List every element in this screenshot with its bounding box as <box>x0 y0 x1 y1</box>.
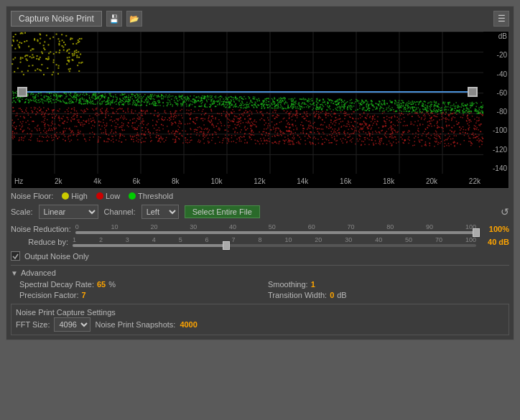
spectral-decay-rate-value: 65 <box>97 280 106 289</box>
x-label-10k: 10k <box>210 177 222 185</box>
noise-reduction-fill <box>75 231 476 234</box>
save-button[interactable]: 💾 <box>106 11 122 27</box>
y-label-100: -100 <box>485 127 507 134</box>
reduce-by-track[interactable] <box>73 244 476 247</box>
noise-reduction-slider-container: 0 10 20 30 40 50 60 70 80 90 100 <box>75 223 476 234</box>
checkbox-check-icon <box>11 252 19 260</box>
smoothing-value: 1 <box>311 280 315 289</box>
rb-tick-7: 7 <box>232 236 236 243</box>
threshold-line[interactable] <box>19 91 476 93</box>
noise-reduction-label: Noise Reduction: <box>11 225 71 233</box>
reset-button[interactable]: ↺ <box>501 206 509 218</box>
low-dot <box>96 192 103 200</box>
advanced-content: Spectral Decay Rate: 65 % Smoothing: 1 P… <box>19 280 509 299</box>
noise-reduction-track[interactable] <box>75 231 476 234</box>
collapse-triangle-icon: ▼ <box>11 269 18 277</box>
x-label-6k: 6k <box>133 177 141 185</box>
noise-floor-label: Noise Floor: <box>11 192 53 200</box>
channel-label: Channel: <box>104 207 136 216</box>
transition-width-unit: dB <box>337 291 346 299</box>
x-label-2k: 2k <box>55 177 62 185</box>
x-label-4k: 4k <box>93 177 101 185</box>
nr-tick-40: 40 <box>229 223 236 230</box>
precision-factor-label: Precision Factor: <box>19 291 79 299</box>
x-label-20k: 20k <box>426 177 437 185</box>
y-label-db: dB <box>485 33 507 40</box>
toolbar: Capture Noise Print 💾 📂 ☰ <box>11 11 509 27</box>
scale-select[interactable]: Linear Logarithmic <box>39 205 98 219</box>
capture-noise-print-button[interactable]: Capture Noise Print <box>11 11 102 27</box>
precision-factor-row: Precision Factor: 7 <box>19 291 261 299</box>
threshold-dot <box>129 192 136 200</box>
threshold-handle-right[interactable] <box>468 87 478 97</box>
y-label-20: -20 <box>485 52 507 59</box>
legend: Noise Floor: High Low Threshold <box>11 192 509 200</box>
spectral-decay-rate-unit: % <box>108 280 116 289</box>
nr-tick-30: 30 <box>190 223 197 230</box>
transition-width-value: 0 <box>330 291 334 299</box>
threshold-handle-left[interactable] <box>17 87 27 97</box>
rb-tick-100: 100 <box>465 236 476 243</box>
y-label-60: -60 <box>485 90 507 97</box>
y-label-140: -140 <box>485 165 507 172</box>
output-noise-only-label: Output Noise Only <box>24 252 89 261</box>
reduce-by-fill <box>73 244 226 247</box>
x-axis: Hz 2k 4k 6k 8k 10k 12k 14k 16k 18k 20k 2… <box>11 174 483 188</box>
x-label-18k: 18k <box>383 177 394 185</box>
select-entire-file-button[interactable]: Select Entire File <box>185 205 260 218</box>
scale-label: Scale: <box>11 207 33 216</box>
rb-tick-3: 3 <box>126 236 129 243</box>
x-label-hz: Hz <box>14 177 23 185</box>
reduce-by-label: Reduce by: <box>11 238 68 246</box>
nr-tick-0: 0 <box>75 223 79 230</box>
smoothing-label: Smoothing: <box>268 280 308 289</box>
precision-factor-value: 7 <box>82 291 86 299</box>
output-noise-only-checkbox[interactable] <box>11 251 20 261</box>
x-label-22k: 22k <box>469 177 480 185</box>
legend-high: High <box>62 192 88 200</box>
nr-tick-80: 80 <box>386 223 394 230</box>
x-label-12k: 12k <box>254 177 265 185</box>
transition-width-row: Transition Width: 0 dB <box>268 291 509 299</box>
threshold-label: Threshold <box>138 192 173 200</box>
output-noise-only-row: Output Noise Only <box>11 251 509 261</box>
high-dot <box>62 192 69 200</box>
fft-row: FFT Size: 256 512 1024 2048 4096 8192 No… <box>16 317 504 332</box>
rb-tick-30: 30 <box>345 236 352 243</box>
rb-tick-10: 10 <box>284 236 292 243</box>
scale-channel-row: Scale: Linear Logarithmic Channel: Left … <box>11 205 509 219</box>
noise-reduction-value: 100% <box>480 225 509 233</box>
snapshots-label: Noise Print Snapshots: <box>95 320 175 329</box>
noise-print-section-title: Noise Print Capture Settings <box>16 308 116 317</box>
x-label-8k: 8k <box>172 177 180 185</box>
advanced-header[interactable]: ▼ Advanced <box>11 269 509 277</box>
rb-tick-5: 5 <box>179 236 182 243</box>
channel-select[interactable]: Left Right Both <box>141 205 179 219</box>
rb-tick-20: 20 <box>315 236 322 243</box>
rb-tick-2: 2 <box>99 236 103 243</box>
reduce-by-value: 40 dB <box>480 238 509 246</box>
low-label: Low <box>106 192 120 200</box>
y-label-120: -120 <box>485 146 507 154</box>
advanced-section: ▼ Advanced Spectral Decay Rate: 65 % Smo… <box>11 269 509 299</box>
spectral-decay-rate-row: Spectral Decay Rate: 65 % <box>19 280 261 289</box>
high-label: High <box>71 192 88 200</box>
fft-size-label: FFT Size: <box>16 320 50 329</box>
legend-low: Low <box>96 192 120 200</box>
menu-button[interactable]: ☰ <box>493 11 509 27</box>
chart-area <box>11 32 483 174</box>
noise-print-section: Noise Print Capture Settings FFT Size: 2… <box>11 304 509 335</box>
transition-width-label: Transition Width: <box>268 291 327 299</box>
advanced-label: Advanced <box>21 269 56 277</box>
snapshots-value: 4000 <box>180 320 197 329</box>
y-label-80: -80 <box>485 108 507 116</box>
nr-tick-20: 20 <box>150 223 157 230</box>
rb-tick-4: 4 <box>152 236 156 243</box>
legend-threshold: Threshold <box>129 192 173 200</box>
fft-size-select[interactable]: 256 512 1024 2048 4096 8192 <box>54 317 90 332</box>
open-button[interactable]: 📂 <box>126 11 142 27</box>
reduce-by-thumb[interactable] <box>223 241 230 250</box>
spectrum-chart: dB -20 -40 -60 -80 -100 -120 -140 Hz 2k … <box>11 31 509 189</box>
reduce-by-row: Reduce by: 1 2 3 4 5 6 7 8 10 20 30 40 5… <box>11 236 509 247</box>
rb-tick-70: 70 <box>435 236 442 243</box>
